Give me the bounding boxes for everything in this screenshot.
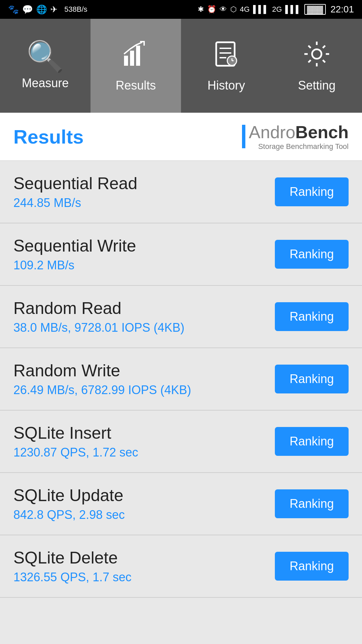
result-value-rand-write: 26.49 MB/s, 6782.99 IOPS (4KB) [13, 383, 191, 397]
result-row-sqlite-update: SQLite Update 842.8 QPS, 2.98 sec Rankin… [0, 473, 362, 535]
ranking-button-sqlite-insert[interactable]: Ranking [275, 427, 349, 456]
brand-andro: Andro [249, 122, 295, 142]
measure-icon: 🔍 [26, 41, 64, 71]
history-icon [211, 39, 241, 74]
results-header: Results AndroBench Storage Benchmarking … [0, 113, 362, 161]
ranking-button-rand-write[interactable]: Ranking [275, 365, 349, 393]
result-name-sqlite-update: SQLite Update [13, 486, 125, 505]
svg-rect-2 [136, 46, 140, 66]
result-row-rand-read: Random Read 38.0 MB/s, 9728.01 IOPS (4KB… [0, 286, 362, 348]
result-row-rand-write: Random Write 26.49 MB/s, 6782.99 IOPS (4… [0, 348, 362, 411]
network-speed: 538B/s [64, 5, 87, 14]
ranking-button-sqlite-update[interactable]: Ranking [275, 489, 349, 518]
result-info-sqlite-update: SQLite Update 842.8 QPS, 2.98 sec [13, 486, 125, 522]
ranking-button-seq-read[interactable]: Ranking [275, 177, 349, 206]
status-bar: 🐾 💬 🌐 ✈ 538B/s ✱ ⏰ 👁 ⬡ 4G ▌▌▌ 2G ▌▌▌ ▓▓▓… [0, 0, 362, 19]
result-info-rand-write: Random Write 26.49 MB/s, 6782.99 IOPS (4… [13, 361, 191, 397]
result-info-seq-write: Sequential Write 109.2 MB/s [13, 236, 136, 272]
page-title: Results [13, 125, 84, 148]
result-info-sqlite-delete: SQLite Delete 1326.55 QPS, 1.7 sec [13, 548, 131, 584]
app-icon-3: 🌐 [36, 4, 47, 15]
result-row-seq-write: Sequential Write 109.2 MB/s Ranking [0, 223, 362, 286]
result-info-rand-read: Random Read 38.0 MB/s, 9728.01 IOPS (4KB… [13, 299, 184, 335]
result-value-seq-read: 244.85 MB/s [13, 196, 137, 210]
tab-results-label: Results [116, 78, 156, 93]
result-value-sqlite-insert: 1230.87 QPS, 1.72 sec [13, 445, 138, 460]
svg-rect-1 [130, 51, 134, 66]
setting-icon [302, 39, 332, 74]
network-2g: 2G [272, 5, 282, 14]
time-display: 22:01 [330, 4, 354, 15]
tab-history[interactable]: History [181, 19, 272, 113]
tab-measure[interactable]: 🔍 Measure [0, 19, 90, 113]
tab-setting-label: Setting [298, 78, 336, 93]
result-info-sqlite-insert: SQLite Insert 1230.87 QPS, 1.72 sec [13, 423, 138, 460]
tab-measure-label: Measure [22, 76, 69, 90]
brand-bench: Bench [295, 122, 349, 142]
svg-rect-0 [124, 56, 128, 66]
result-row-seq-read: Sequential Read 244.85 MB/s Ranking [0, 161, 362, 223]
brand-logo: AndroBench Storage Benchmarking Tool [242, 122, 349, 151]
battery-icon: ▓▓▓ [304, 4, 326, 15]
brand-sub: Storage Benchmarking Tool [249, 142, 349, 151]
svg-line-15 [308, 46, 311, 48]
svg-line-16 [323, 60, 325, 62]
eye-icon: 👁 [220, 5, 227, 14]
result-name-seq-read: Sequential Read [13, 174, 137, 193]
ranking-button-sqlite-delete[interactable]: Ranking [275, 552, 349, 581]
result-value-seq-write: 109.2 MB/s [13, 258, 136, 272]
result-name-rand-write: Random Write [13, 361, 191, 380]
result-name-rand-read: Random Read [13, 299, 184, 318]
app-icon-1: 🐾 [8, 4, 19, 15]
results-icon [121, 39, 151, 74]
wifi-icon: ⬡ [230, 5, 237, 14]
status-icons-left: 🐾 💬 🌐 ✈ 538B/s [8, 4, 87, 15]
result-value-rand-read: 38.0 MB/s, 9728.01 IOPS (4KB) [13, 321, 184, 335]
svg-line-17 [323, 46, 325, 48]
status-icons-right: ✱ ⏰ 👁 ⬡ 4G ▌▌▌ 2G ▌▌▌ ▓▓▓ 22:01 [198, 4, 354, 15]
tab-bar: 🔍 Measure Results H [0, 19, 362, 113]
svg-point-10 [312, 49, 321, 59]
brand-name: AndroBench [249, 122, 349, 142]
app-icon-2: 💬 [22, 4, 33, 15]
network-4g: 4G [240, 5, 250, 14]
bluetooth-icon: ✱ [198, 5, 204, 14]
result-name-sqlite-delete: SQLite Delete [13, 548, 131, 568]
tab-history-label: History [207, 78, 245, 93]
result-value-sqlite-update: 842.8 QPS, 2.98 sec [13, 508, 125, 522]
result-row-sqlite-insert: SQLite Insert 1230.87 QPS, 1.72 sec Rank… [0, 411, 362, 473]
signal-bars-2: ▌▌▌ [285, 5, 301, 14]
app-icon-4: ✈ [50, 4, 58, 15]
ranking-button-rand-read[interactable]: Ranking [275, 302, 349, 331]
brand-bar-accent [242, 125, 245, 148]
result-list: Sequential Read 244.85 MB/s Ranking Sequ… [0, 161, 362, 598]
signal-bars: ▌▌▌ [253, 5, 269, 14]
tab-setting[interactable]: Setting [272, 19, 362, 113]
alarm-icon: ⏰ [207, 5, 216, 14]
result-value-sqlite-delete: 1326.55 QPS, 1.7 sec [13, 570, 131, 584]
tab-results[interactable]: Results [90, 19, 181, 113]
result-name-sqlite-insert: SQLite Insert [13, 423, 138, 443]
result-info-seq-read: Sequential Read 244.85 MB/s [13, 174, 137, 210]
result-name-seq-write: Sequential Write [13, 236, 136, 256]
ranking-button-seq-write[interactable]: Ranking [275, 240, 349, 269]
svg-line-18 [308, 60, 311, 62]
result-row-sqlite-delete: SQLite Delete 1326.55 QPS, 1.7 sec Ranki… [0, 535, 362, 598]
